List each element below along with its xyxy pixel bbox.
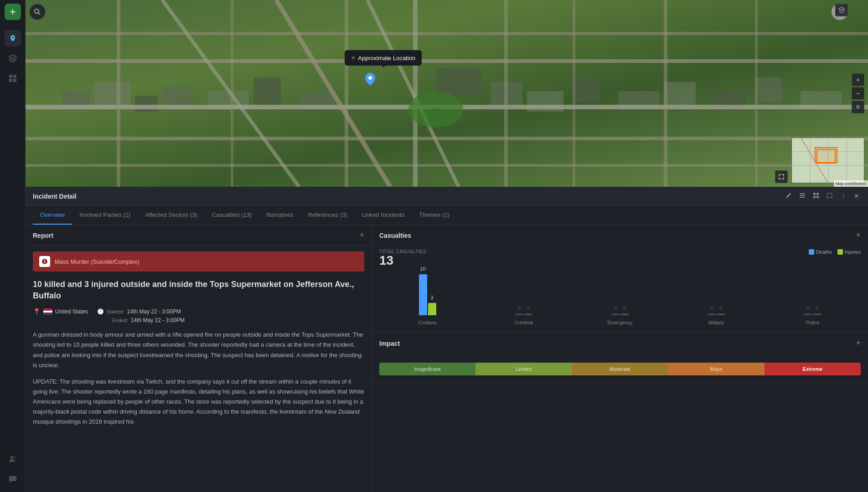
svg-rect-2 — [13, 75, 16, 78]
country-name: United States — [55, 308, 88, 315]
panel-title: Incident Detail — [33, 193, 77, 200]
sidebar-item-users[interactable] — [5, 451, 21, 467]
injuries-bar-emergency: 0 — [620, 313, 629, 315]
panel-expand-btn[interactable] — [825, 191, 835, 201]
svg-line-29 — [162, 0, 299, 187]
svg-point-6 — [13, 456, 16, 459]
impact-add-btn[interactable]: + — [856, 338, 861, 348]
tab-themes[interactable]: Themes (1) — [412, 206, 456, 225]
svg-rect-59 — [816, 196, 819, 198]
map-rotate[interactable]: R — [852, 101, 864, 113]
svg-rect-28 — [26, 32, 868, 35]
deaths-bar-criminal: 0 — [515, 313, 523, 315]
casualties-chart: 103Civilians00Criminal00Emergency00Milit… — [379, 271, 861, 325]
badge-icon — [39, 256, 50, 267]
impact-section: Impact + InsignificantLimitedModerateMaj… — [372, 333, 868, 383]
svg-rect-13 — [253, 77, 281, 105]
impact-bar: InsignificantLimitedModerateMajorExtreme — [379, 363, 861, 375]
deaths-value-military: 0 — [710, 305, 713, 311]
deaths-value-criminal: 0 — [518, 305, 521, 311]
meta-location: 📍 United States — [33, 308, 88, 315]
sidebar-item-layers[interactable] — [5, 50, 21, 67]
injuries-value-police: 0 — [816, 305, 818, 311]
map-zoom-out[interactable]: − — [852, 87, 864, 100]
panel-list-btn[interactable] — [797, 191, 807, 201]
bar-group-military: 00Military — [668, 274, 765, 325]
incident-headline: 10 killed and 3 injured outside and insi… — [33, 279, 364, 302]
svg-rect-33 — [231, 0, 233, 187]
panel-edit-btn[interactable] — [784, 191, 794, 201]
tab-references[interactable]: References (3) — [301, 206, 355, 225]
svg-text:Park: Park — [431, 108, 440, 112]
casualties-content: TOTAL CASUALTIES 13 Deaths In — [372, 246, 868, 333]
tab-casualties[interactable]: Casualties (13) — [205, 206, 259, 225]
sidebar — [0, 0, 26, 492]
svg-rect-57 — [816, 193, 819, 195]
stats-column: Casualties + TOTAL CASUALTIES 13 — [372, 225, 868, 492]
svg-rect-26 — [26, 137, 868, 140]
report-column: Report + Mass Murder (Suicide/Complex) — [26, 225, 372, 492]
injuries-value-civilians: 3 — [431, 295, 434, 300]
report-add-btn[interactable]: + — [359, 231, 364, 240]
injuries-label: Injuries — [845, 249, 861, 255]
bar-group-police: 00Police — [765, 274, 861, 325]
svg-line-31 — [367, 0, 459, 187]
svg-rect-32 — [117, 0, 120, 187]
injuries-value-emergency: 0 — [623, 305, 626, 311]
panel-grid-btn[interactable] — [811, 191, 821, 201]
sidebar-item-map[interactable] — [5, 30, 21, 46]
map-area: Park PB + Approximate Location + − R — [26, 0, 868, 187]
ended-value: 14th May 22 - 3:00PM — [131, 317, 185, 323]
svg-rect-19 — [618, 91, 659, 109]
injuries-value-military: 0 — [719, 305, 722, 311]
injuries-bar-police: 0 — [813, 313, 821, 315]
svg-line-43 — [38, 13, 40, 15]
svg-rect-24 — [26, 59, 868, 63]
total-number: 13 — [379, 254, 426, 267]
panel-close-btn[interactable]: × — [852, 190, 861, 202]
deaths-dot — [809, 249, 814, 255]
casualties-add-btn[interactable]: + — [856, 231, 861, 240]
svg-rect-10 — [135, 96, 158, 112]
badge-text: Mass Murder (Suicide/Complex) — [55, 258, 140, 265]
svg-rect-54 — [800, 195, 805, 196]
bar-label-military: Military — [708, 320, 724, 325]
svg-point-5 — [10, 456, 13, 459]
svg-rect-22 — [755, 77, 782, 102]
us-flag-icon — [43, 308, 52, 315]
sidebar-item-chat[interactable] — [5, 471, 21, 487]
incident-description-1: A gunman dressed in body armour and arme… — [33, 330, 364, 370]
deaths-value-police: 0 — [806, 305, 809, 311]
tab-involved-parties[interactable]: Involved Parties (1) — [72, 206, 138, 225]
svg-rect-3 — [9, 79, 12, 82]
tab-linked-incidents[interactable]: Linked Incidents — [355, 206, 412, 225]
ended-label: Ended: — [112, 318, 128, 323]
map-search-button[interactable] — [29, 4, 46, 20]
location-icon: 📍 — [33, 308, 41, 315]
map-expand[interactable] — [775, 170, 788, 183]
deaths-label: Deaths — [816, 249, 832, 255]
sidebar-item-grid[interactable] — [5, 70, 21, 87]
minimap — [791, 138, 864, 183]
casualties-total-block: TOTAL CASUALTIES 13 — [379, 249, 426, 267]
svg-line-30 — [276, 0, 390, 187]
tabs-bar: Overview Involved Parties (1) Affected S… — [26, 206, 868, 225]
injuries-bar-military: 0 — [717, 313, 725, 315]
impact-segment-insignificant: Insignificant — [379, 363, 475, 375]
svg-point-44 — [368, 76, 372, 80]
map-pin — [365, 73, 375, 88]
tab-narratives[interactable]: Narratives — [259, 206, 300, 225]
deaths-bar-military: 0 — [708, 313, 716, 315]
svg-rect-1 — [9, 75, 12, 78]
map-zoom-in[interactable]: + — [852, 73, 864, 86]
svg-rect-27 — [26, 164, 868, 167]
tab-overview[interactable]: Overview — [33, 206, 72, 225]
svg-rect-35 — [413, 0, 418, 187]
svg-rect-37 — [573, 0, 575, 187]
map-layer-control[interactable] — [835, 4, 848, 16]
panel-more-btn[interactable]: ⋮ — [838, 192, 848, 201]
map-location-tooltip: + Approximate Location — [345, 50, 422, 66]
tab-affected-sectors[interactable]: Affected Sectors (3) — [138, 206, 205, 225]
bar-group-civilians: 103Civilians — [379, 274, 475, 325]
clock-icon: 🕐 — [97, 308, 104, 315]
